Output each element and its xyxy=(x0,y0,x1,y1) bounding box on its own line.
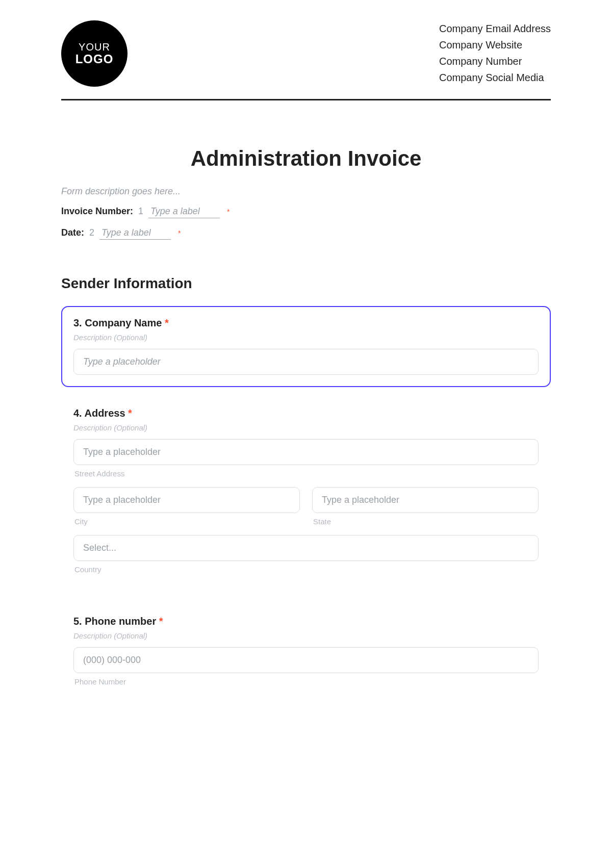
field-address-desc[interactable]: Description (Optional) xyxy=(73,423,539,432)
page: YOUR LOGO Company Email Address Company … xyxy=(0,0,612,738)
city-state-row: City State xyxy=(73,487,539,535)
state-input[interactable] xyxy=(312,487,539,513)
form-description[interactable]: Form description goes here... xyxy=(61,186,551,197)
required-marker: * xyxy=(227,208,230,216)
company-website: Company Website xyxy=(439,37,551,53)
company-social: Company Social Media xyxy=(439,69,551,86)
invoice-number-row: Invoice Number: 1 Type a label * xyxy=(61,206,551,218)
date-label: Date: xyxy=(61,227,84,238)
date-input[interactable]: Type a label xyxy=(99,227,171,240)
field-phone-desc[interactable]: Description (Optional) xyxy=(73,631,539,640)
required-marker: * xyxy=(178,229,181,237)
field-company-name-title-text: 3. Company Name xyxy=(73,317,162,328)
logo-line1: YOUR xyxy=(79,41,110,53)
field-company-name[interactable]: 3. Company Name * Description (Optional) xyxy=(61,306,551,387)
city-input[interactable] xyxy=(73,487,300,513)
phone-sub-label: Phone Number xyxy=(74,677,538,686)
date-row: Date: 2 Type a label * xyxy=(61,227,551,240)
company-email: Company Email Address xyxy=(439,20,551,37)
logo: YOUR LOGO xyxy=(61,20,128,87)
required-marker: * xyxy=(159,616,163,627)
company-name-input[interactable] xyxy=(73,349,539,375)
invoice-number-label: Invoice Number: xyxy=(61,206,133,217)
field-phone: 5. Phone number * Description (Optional)… xyxy=(61,604,551,698)
field-phone-title-text: 5. Phone number xyxy=(73,616,156,627)
field-phone-title: 5. Phone number * xyxy=(73,616,539,627)
street-address-label: Street Address xyxy=(74,469,538,478)
field-address-title-text: 4. Address xyxy=(73,407,125,419)
field-address-title: 4. Address * xyxy=(73,407,539,419)
invoice-number-input[interactable]: Type a label xyxy=(148,206,220,218)
city-label: City xyxy=(74,517,299,526)
country-select[interactable]: Select... xyxy=(73,535,539,561)
country-label: Country xyxy=(74,565,538,574)
required-marker: * xyxy=(165,317,169,328)
state-label: State xyxy=(313,517,538,526)
field-company-name-desc[interactable]: Description (Optional) xyxy=(73,333,539,342)
page-title: Administration Invoice xyxy=(61,146,551,171)
country-select-placeholder: Select... xyxy=(83,543,116,553)
logo-line2: LOGO xyxy=(75,53,114,66)
company-number: Company Number xyxy=(439,53,551,69)
phone-input[interactable] xyxy=(73,647,539,673)
section-heading-sender: Sender Information xyxy=(61,275,551,292)
document-header: YOUR LOGO Company Email Address Company … xyxy=(61,20,551,100)
street-address-input[interactable] xyxy=(73,439,539,465)
invoice-number-index: 1 xyxy=(138,206,143,217)
field-company-name-title: 3. Company Name * xyxy=(73,317,539,329)
field-address: 4. Address * Description (Optional) Stre… xyxy=(61,396,551,595)
company-info: Company Email Address Company Website Co… xyxy=(439,20,551,86)
date-index: 2 xyxy=(89,227,94,238)
required-marker: * xyxy=(128,407,132,419)
